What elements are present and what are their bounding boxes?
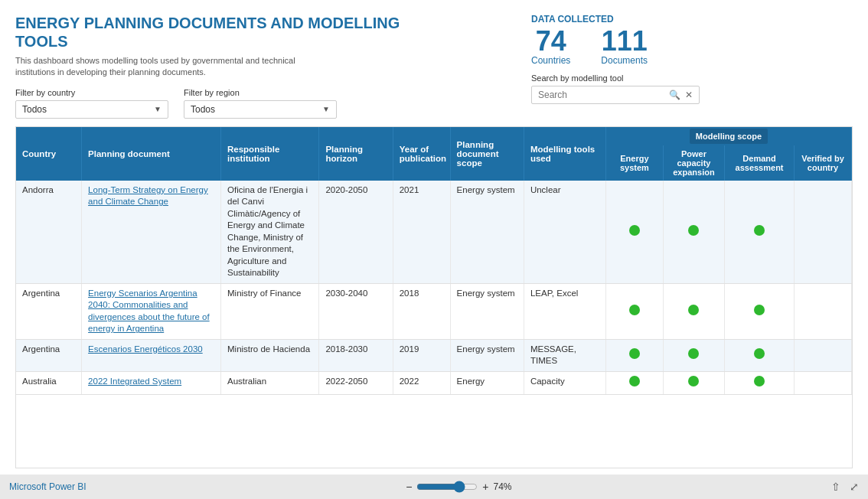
cell: Ministry of Finance: [221, 283, 319, 339]
green-dot: [754, 225, 765, 236]
powerbi-link[interactable]: Microsoft Power BI: [9, 481, 86, 492]
dot-cell: [795, 372, 852, 395]
col-header-country[interactable]: Country: [16, 127, 82, 181]
green-dot: [629, 225, 640, 236]
dot-cell: [725, 372, 795, 395]
document-link[interactable]: Long-Term Strategy on Energy and Climate…: [88, 185, 208, 207]
zoom-level: 74%: [494, 481, 512, 492]
filter-by-country-select[interactable]: Todos ▼: [15, 100, 168, 119]
share-icon[interactable]: ⇧: [831, 481, 840, 493]
zoom-minus-icon[interactable]: −: [406, 481, 412, 493]
green-dot: [754, 348, 765, 359]
search-box: 🔍 ✕: [531, 86, 700, 104]
chevron-down-icon-2: ▼: [322, 105, 330, 113]
filter-by-region-group: Filter by region Todos ▼: [184, 88, 337, 119]
green-dot: [688, 225, 699, 236]
cell: MESSAGE, TIMES: [524, 339, 605, 371]
documents-count: 111: [602, 28, 648, 55]
col-header-power[interactable]: Power capacity expansion: [663, 145, 724, 181]
cell: Argentina: [16, 339, 82, 371]
filter-by-country-group: Filter by country Todos ▼: [15, 88, 168, 119]
top-section: ENERGY PLANNING DOCUMENTS AND MODELLING …: [15, 14, 853, 119]
filter-by-region-value: Todos: [191, 104, 215, 115]
filters-row: Filter by country Todos ▼ Filter by regi…: [15, 88, 444, 119]
dot-cell: [663, 339, 724, 371]
green-dot: [629, 348, 640, 359]
col-header-institution[interactable]: Responsible institution: [221, 127, 319, 181]
cell: Oficina de l'Energia i del Canvi Climàti…: [221, 181, 319, 284]
documents-stat: 111 Documents: [601, 28, 648, 66]
bottom-bar: Microsoft Power BI − + 74% ⇧ ⤢: [0, 475, 868, 499]
zoom-plus-icon[interactable]: +: [482, 481, 488, 493]
dot-cell: [725, 339, 795, 371]
right-header: DATA COLLECTED 74 Countries 111 Document…: [531, 14, 853, 119]
cell: Energy system: [450, 339, 524, 371]
header-row-1: Country Planning document Responsible in…: [16, 127, 852, 145]
stats-row: 74 Countries 111 Documents: [531, 28, 853, 66]
data-collected-section: DATA COLLECTED 74 Countries 111 Document…: [531, 14, 853, 104]
green-dot: [754, 376, 765, 386]
table-row: ArgentinaEnergy Scenarios Argentina 2040…: [16, 283, 852, 339]
cell: Energy system: [450, 283, 524, 339]
cell: Andorra: [16, 181, 82, 284]
dot-cell: [795, 283, 852, 339]
cell: 2021: [393, 181, 450, 284]
cell: 2022-2050: [319, 372, 393, 395]
bottom-right-icons: ⇧ ⤢: [831, 481, 859, 493]
document-link[interactable]: 2022 Integrated System: [88, 377, 181, 386]
app-title: ENERGY PLANNING DOCUMENTS AND MODELLING …: [15, 14, 444, 51]
zoom-slider[interactable]: [416, 481, 478, 493]
filter-by-region-select[interactable]: Todos ▼: [184, 100, 337, 119]
col-header-horizon[interactable]: Planning horizon: [319, 127, 393, 181]
filter-by-country-label: Filter by country: [15, 88, 168, 97]
col-header-energy[interactable]: Energy system: [605, 145, 663, 181]
document-link[interactable]: Energy Scenarios Argentina 2040: Commona…: [88, 289, 210, 334]
cell: 2030-2040: [319, 283, 393, 339]
dot-cell: [605, 372, 663, 395]
cell: Ministro de Hacienda: [221, 339, 319, 371]
cell: Energy system: [450, 181, 524, 284]
left-header: ENERGY PLANNING DOCUMENTS AND MODELLING …: [15, 14, 444, 119]
col-header-demand[interactable]: Demand assessment: [725, 145, 795, 181]
col-header-year[interactable]: Year of publication: [393, 127, 450, 181]
cell: 2020-2050: [319, 181, 393, 284]
green-dot: [688, 376, 699, 386]
document-link[interactable]: Escenarios Energéticos 2030: [88, 344, 203, 354]
chevron-down-icon: ▼: [154, 105, 162, 113]
search-input[interactable]: [538, 90, 664, 100]
table-wrapper[interactable]: Country Planning document Responsible in…: [15, 126, 853, 468]
countries-label: Countries: [531, 55, 570, 66]
zoom-controls: − + 74%: [406, 481, 511, 493]
main-container: ENERGY PLANNING DOCUMENTS AND MODELLING …: [0, 0, 868, 475]
col-header-tools[interactable]: Modelling tools used: [524, 127, 605, 181]
expand-icon[interactable]: ⤢: [850, 481, 859, 493]
clear-icon[interactable]: ✕: [685, 90, 693, 100]
dot-cell: [663, 283, 724, 339]
cell: 2019: [393, 339, 450, 371]
documents-label: Documents: [601, 55, 648, 66]
cell: 2022: [393, 372, 450, 395]
countries-stat: 74 Countries: [531, 28, 570, 66]
cell: Argentina: [16, 283, 82, 339]
dot-cell: [795, 339, 852, 371]
countries-count: 74: [536, 28, 566, 55]
dot-cell: [663, 372, 724, 395]
col-header-verified[interactable]: Verified by country: [795, 145, 852, 181]
green-dot: [688, 305, 699, 315]
col-header-document[interactable]: Planning document: [82, 127, 221, 181]
cell: Energy: [450, 372, 524, 395]
cell: Australian: [221, 372, 319, 395]
cell: Australia: [16, 372, 82, 395]
cell: 2018: [393, 283, 450, 339]
search-by-tool-label: Search by modelling tool: [531, 73, 853, 83]
col-header-modelling-scope: Modelling scope: [605, 127, 851, 145]
table-row: ArgentinaEscenarios Energéticos 2030Mini…: [16, 339, 852, 371]
green-dot: [629, 376, 640, 386]
table-row: Australia2022 Integrated SystemAustralia…: [16, 372, 852, 395]
green-dot: [754, 305, 765, 315]
col-header-scope[interactable]: Planning document scope: [450, 127, 524, 181]
cell: Unclear: [524, 181, 605, 284]
data-collected-title: DATA COLLECTED: [531, 14, 853, 24]
dot-cell: [725, 181, 795, 284]
table-row: AndorraLong-Term Strategy on Energy and …: [16, 181, 852, 284]
